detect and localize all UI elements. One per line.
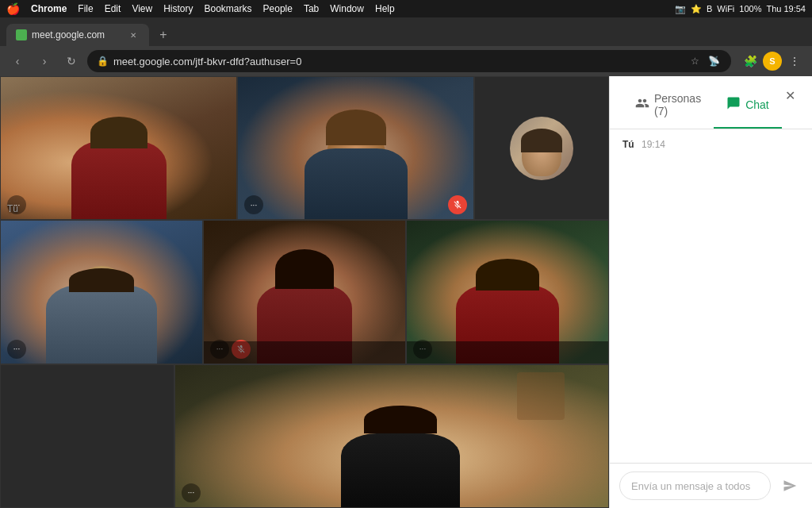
avatar xyxy=(510,117,573,180)
panel-body: Tú 19:14 xyxy=(610,129,812,463)
video-cell-5[interactable]: ··· xyxy=(406,220,609,364)
back-button[interactable]: ‹ xyxy=(6,50,29,72)
main-content: Tú ··· xyxy=(0,76,812,508)
menubar-view[interactable]: View xyxy=(132,3,152,14)
menubar-time: Thu 19:54 xyxy=(766,4,806,13)
chat-message: Tú 19:14 xyxy=(622,139,799,150)
panel-close-button[interactable]: ✕ xyxy=(782,84,799,106)
tab-bar: meet.google.com ✕ + xyxy=(0,17,812,46)
new-tab-button[interactable]: + xyxy=(152,24,174,46)
cell-dots-3[interactable]: ··· xyxy=(7,340,26,359)
menubar-app[interactable]: Chrome xyxy=(31,3,67,14)
cell-controls-6: ··· xyxy=(182,483,201,502)
chat-sender: Tú xyxy=(622,139,634,150)
input-placeholder-text: Envía un mensaje a todos xyxy=(631,480,750,492)
menubar-help[interactable]: Help xyxy=(375,3,395,14)
tab-personas[interactable]: Personas (7) xyxy=(622,86,714,129)
menubar-wifi[interactable]: WiFi xyxy=(717,4,734,13)
menubar-history[interactable]: History xyxy=(163,3,193,14)
menubar-bluetooth[interactable]: B xyxy=(707,4,712,13)
video-grid: Tú ··· xyxy=(0,76,609,508)
active-tab[interactable]: meet.google.com ✕ xyxy=(6,24,149,46)
cell-controls-3: ··· xyxy=(7,340,26,359)
menubar-edit[interactable]: Edit xyxy=(105,3,121,14)
cell-controls-2: ··· xyxy=(244,195,263,214)
menubar-window[interactable]: Window xyxy=(330,3,364,14)
cast-icon[interactable]: 📡 xyxy=(706,53,722,69)
video-cell-2[interactable]: ··· xyxy=(237,76,474,220)
cell-dots-2[interactable]: ··· xyxy=(244,195,263,214)
tab-chat-label: Chat xyxy=(745,98,769,111)
menubar-star-icon: ⭐ xyxy=(691,4,702,14)
video-cell-4[interactable]: ··· xyxy=(203,220,406,364)
cell-dots-1[interactable]: ··· xyxy=(7,195,26,214)
video-row-1: Tú ··· xyxy=(0,76,609,220)
menubar: 🍎 Chrome File Edit View History Bookmark… xyxy=(0,0,812,17)
profile-icon[interactable]: S xyxy=(763,52,782,71)
toolbar-icons: 🧩 S ⋮ xyxy=(739,50,806,72)
video-cell-empty[interactable] xyxy=(0,364,174,508)
address-input[interactable]: 🔒 meet.google.com/jtf-bkvr-dfd?authuser=… xyxy=(87,50,731,72)
menubar-file[interactable]: File xyxy=(78,3,93,14)
right-panel: Personas (7) Chat ✕ Tú 19:14 xyxy=(609,76,812,508)
cell-controls-1: ··· xyxy=(7,195,26,214)
bookmark-icon[interactable]: ☆ xyxy=(687,53,703,69)
address-icons: ☆ 📡 xyxy=(687,53,722,69)
tab-favicon xyxy=(16,29,27,40)
cell-overlay-5 xyxy=(407,341,608,364)
tab-title: meet.google.com xyxy=(32,29,122,40)
video-cell-avatar[interactable] xyxy=(474,76,609,220)
menubar-tab[interactable]: Tab xyxy=(304,3,319,14)
panel-header: Personas (7) Chat ✕ xyxy=(610,76,812,129)
video-feed-3 xyxy=(1,221,202,363)
chat-time: 19:14 xyxy=(642,139,665,150)
avatar-container xyxy=(475,77,608,219)
message-input-field[interactable]: Envía un mensaje a todos xyxy=(619,471,771,500)
video-row-3: ··· xyxy=(0,364,609,508)
personas-icon xyxy=(635,96,649,114)
panel-footer: Envía un mensaje a todos xyxy=(610,463,812,508)
reload-button[interactable]: ↻ xyxy=(60,50,82,72)
send-button[interactable] xyxy=(777,473,802,498)
video-feed-self xyxy=(1,77,236,219)
menu-icon[interactable]: ⋮ xyxy=(783,50,806,72)
bg-element xyxy=(517,372,565,420)
chat-meta: Tú 19:14 xyxy=(622,139,799,150)
menubar-bookmarks[interactable]: Bookmarks xyxy=(205,3,252,14)
browser-chrome: meet.google.com ✕ + ‹ › ↻ 🔒 meet.google.… xyxy=(0,17,812,76)
menubar-left: 🍎 Chrome File Edit View History Bookmark… xyxy=(6,2,395,15)
tab-chat[interactable]: Chat xyxy=(714,86,782,129)
video-cell-self[interactable]: Tú ··· xyxy=(0,76,237,220)
panel-tabs: Personas (7) Chat xyxy=(622,86,782,129)
menubar-camera-icon: 📷 xyxy=(675,4,686,14)
forward-button[interactable]: › xyxy=(33,50,56,72)
tab-close-button[interactable]: ✕ xyxy=(127,29,140,41)
cell-dots-6[interactable]: ··· xyxy=(182,483,201,502)
menubar-people[interactable]: People xyxy=(263,3,293,14)
menubar-battery: 100% xyxy=(739,4,761,13)
video-cell-6[interactable]: ··· xyxy=(174,364,609,508)
cell-overlay-4 xyxy=(204,341,405,364)
lock-icon: 🔒 xyxy=(97,56,109,67)
extensions-icon[interactable]: 🧩 xyxy=(739,50,761,72)
video-feed-6 xyxy=(175,365,608,507)
menubar-right: 📷 ⭐ B WiFi 100% Thu 19:54 xyxy=(675,0,806,17)
address-bar: ‹ › ↻ 🔒 meet.google.com/jtf-bkvr-dfd?aut… xyxy=(0,46,812,76)
video-row-2: ··· ··· xyxy=(0,220,609,364)
chat-icon xyxy=(726,96,741,114)
tab-personas-label: Personas (7) xyxy=(654,92,701,117)
url-text[interactable]: meet.google.com/jtf-bkvr-dfd?authuser=0 xyxy=(113,56,682,67)
video-feed-2 xyxy=(238,77,473,219)
video-cell-3[interactable]: ··· xyxy=(0,220,203,364)
apple-menu[interactable]: 🍎 xyxy=(6,2,20,15)
